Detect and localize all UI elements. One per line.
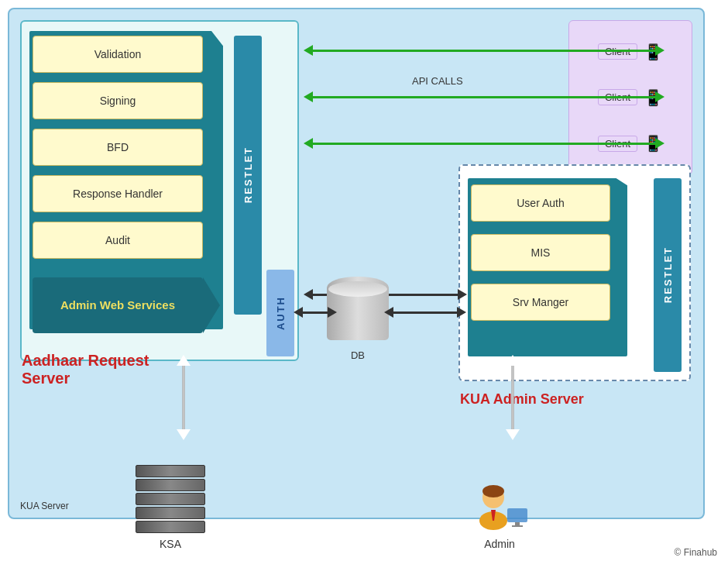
main-container: KUA Server Validation Signing BFD Respon… [8, 8, 705, 519]
db-container: DB [327, 277, 389, 361]
kua-admin-panel-label: KUA Admin Server [460, 391, 584, 408]
kua-service-srv-manger: Srv Manger [471, 284, 610, 321]
vert-arrow-up-head [177, 355, 191, 366]
svg-rect-6 [512, 525, 523, 527]
arrow-head-right-2 [655, 91, 664, 102]
ksa-vert-arrow [177, 363, 191, 432]
admin-ws-label: Admin Web Services [60, 298, 175, 313]
db-label: DB [327, 349, 389, 361]
server-unit-3 [136, 493, 205, 505]
admin-ws-arrow [203, 277, 220, 333]
api-calls-label: API CALLS [412, 75, 463, 87]
server-unit-2 [136, 479, 205, 491]
arrow-head-right-1 [655, 45, 664, 56]
kua-server-label: KUA Server [20, 501, 69, 511]
admin-vert-arrow-up [506, 355, 520, 366]
admin-person-icon [469, 468, 531, 530]
service-validation: Validation [33, 36, 203, 73]
ksa-area: KSA [120, 465, 221, 550]
api-arrow-3 [310, 143, 658, 145]
db-left-arrow [300, 311, 331, 314]
finahub-copyright: © Finahub [674, 547, 717, 558]
arrow-head-left-1 [304, 45, 313, 56]
server-unit-1 [136, 465, 205, 477]
kua-restlet-bar: RESTLET [654, 178, 682, 372]
admin-vert-arrow-down [506, 429, 520, 440]
aadhaar-panel: Validation Signing BFD Response Handler … [20, 20, 299, 361]
restlet-label: RESTLET [242, 146, 254, 203]
kua-restlet-label: RESTLET [662, 246, 674, 303]
server-stack [120, 465, 221, 533]
kua-admin-panel: User Auth MIS Srv Manger RESTLET KUA Adm… [458, 164, 691, 381]
aadhaar-panel-label: Aadhaar Request Server [22, 352, 149, 387]
admin-vert-arrow [506, 363, 520, 432]
server-unit-5 [136, 521, 205, 533]
arrow-head-right-3 [655, 138, 664, 149]
service-bfd: BFD [33, 129, 203, 166]
service-response-handler: Response Handler [33, 175, 203, 212]
api-arrow-1 [310, 50, 658, 52]
admin-web-services-block: Admin Web Services [33, 277, 203, 333]
auth-bar: AUTH [266, 270, 294, 356]
arrow-head-left-2 [304, 91, 313, 102]
svg-point-2 [482, 485, 504, 497]
auth-label: AUTH [275, 296, 287, 330]
service-audit: Audit [33, 222, 203, 259]
vert-arrow-down-head [177, 429, 191, 440]
server-unit-4 [136, 507, 205, 519]
restlet-bar: RESTLET [234, 36, 262, 315]
kua-service-user-auth: User Auth [471, 184, 610, 222]
kua-service-mis: MIS [471, 234, 610, 271]
ksa-label: KSA [120, 538, 221, 550]
admin-label: Admin [445, 538, 554, 550]
api-arrow-2 [310, 96, 658, 98]
arrow-head-left-3 [304, 138, 313, 149]
svg-rect-4 [507, 508, 527, 522]
svg-rect-5 [515, 522, 520, 525]
service-signing: Signing [33, 82, 203, 119]
db-right-arrow [390, 311, 460, 314]
db-top [327, 277, 389, 298]
admin-area: Admin [445, 468, 554, 550]
